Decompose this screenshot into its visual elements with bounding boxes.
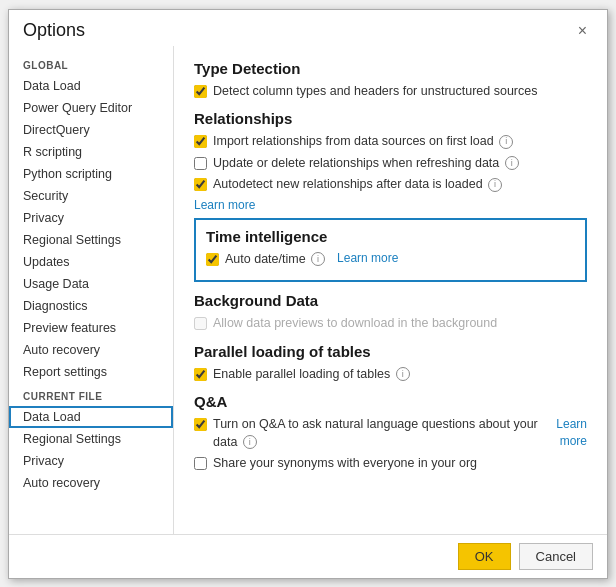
option-turn-on-qna: Turn on Q&A to ask natural language ques… <box>194 416 539 451</box>
option-enable-parallel: Enable parallel loading of tables i <box>194 366 587 384</box>
sidebar-item-data-load[interactable]: Data Load <box>9 75 173 97</box>
allow-previews-checkbox[interactable] <box>194 317 207 330</box>
titlebar: Options × <box>9 10 607 46</box>
sidebar-item-updates[interactable]: Updates <box>9 251 173 273</box>
import-rel-info: i <box>499 135 513 149</box>
type-detection-title: Type Detection <box>194 60 587 77</box>
update-rel-checkbox[interactable] <box>194 157 207 170</box>
qna-title: Q&A <box>194 393 587 410</box>
detect-types-label: Detect column types and headers for unst… <box>213 83 537 101</box>
enable-parallel-info: i <box>396 367 410 381</box>
option-import-rel: Import relationships from data sources o… <box>194 133 587 151</box>
sidebar-item-current-regional[interactable]: Regional Settings <box>9 428 173 450</box>
qna-learn-text: Turn on Q&A to ask natural language ques… <box>194 416 539 455</box>
parallel-loading-title: Parallel loading of tables <box>194 343 587 360</box>
autodetect-rel-info: i <box>488 178 502 192</box>
import-rel-checkbox[interactable] <box>194 135 207 148</box>
sidebar-item-current-data-load[interactable]: Data Load <box>9 406 173 428</box>
sidebar-item-current-auto-recovery[interactable]: Auto recovery <box>9 472 173 494</box>
dialog-body: GLOBAL Data Load Power Query Editor Dire… <box>9 46 607 534</box>
auto-datetime-info: i <box>311 252 325 266</box>
time-intelligence-section: Time intelligence Auto date/time i Learn… <box>194 218 587 283</box>
relationships-title: Relationships <box>194 110 587 127</box>
time-intelligence-title: Time intelligence <box>206 228 575 245</box>
sidebar-item-current-privacy[interactable]: Privacy <box>9 450 173 472</box>
time-intelligence-learn-more[interactable]: Learn more <box>337 251 398 265</box>
import-rel-label: Import relationships from data sources o… <box>213 133 513 151</box>
qna-info: i <box>243 435 257 449</box>
dialog-title: Options <box>23 20 85 41</box>
update-rel-label: Update or delete relationships when refr… <box>213 155 519 173</box>
background-data-title: Background Data <box>194 292 587 309</box>
qna-learn-more[interactable]: Learnmore <box>556 417 587 448</box>
sidebar-item-python-scripting[interactable]: Python scripting <box>9 163 173 185</box>
relationships-learn-more[interactable]: Learn more <box>194 198 587 212</box>
sidebar-item-diagnostics[interactable]: Diagnostics <box>9 295 173 317</box>
sidebar-item-usage-data[interactable]: Usage Data <box>9 273 173 295</box>
sidebar-item-regional-settings[interactable]: Regional Settings <box>9 229 173 251</box>
auto-datetime-label: Auto date/time i <box>225 251 325 269</box>
share-synonyms-label: Share your synonyms with everyone in you… <box>213 455 477 473</box>
cancel-button[interactable]: Cancel <box>519 543 593 570</box>
sidebar-item-preview-features[interactable]: Preview features <box>9 317 173 339</box>
sidebar-item-security[interactable]: Security <box>9 185 173 207</box>
detect-types-checkbox[interactable] <box>194 85 207 98</box>
autodetect-rel-checkbox[interactable] <box>194 178 207 191</box>
turn-on-qna-label: Turn on Q&A to ask natural language ques… <box>213 416 539 451</box>
dialog-footer: OK Cancel <box>9 534 607 578</box>
option-auto-datetime: Auto date/time i Learn more <box>206 251 575 269</box>
ok-button[interactable]: OK <box>458 543 511 570</box>
options-dialog: Options × GLOBAL Data Load Power Query E… <box>8 9 608 579</box>
update-rel-info: i <box>505 156 519 170</box>
qna-learn-row: Turn on Q&A to ask natural language ques… <box>194 416 587 455</box>
turn-on-qna-checkbox[interactable] <box>194 418 207 431</box>
sidebar: GLOBAL Data Load Power Query Editor Dire… <box>9 46 174 534</box>
close-button[interactable]: × <box>572 20 593 42</box>
option-detect-types: Detect column types and headers for unst… <box>194 83 587 101</box>
option-allow-previews: Allow data previews to download in the b… <box>194 315 587 333</box>
option-update-rel: Update or delete relationships when refr… <box>194 155 587 173</box>
auto-datetime-checkbox[interactable] <box>206 253 219 266</box>
enable-parallel-label: Enable parallel loading of tables i <box>213 366 410 384</box>
allow-previews-label: Allow data previews to download in the b… <box>213 315 497 333</box>
sidebar-item-report-settings[interactable]: Report settings <box>9 361 173 383</box>
option-share-synonyms: Share your synonyms with everyone in you… <box>194 455 587 473</box>
global-section-label: GLOBAL <box>9 52 173 75</box>
sidebar-item-privacy[interactable]: Privacy <box>9 207 173 229</box>
qna-learn-link-container: Learnmore <box>539 416 587 450</box>
share-synonyms-checkbox[interactable] <box>194 457 207 470</box>
sidebar-item-power-query-editor[interactable]: Power Query Editor <box>9 97 173 119</box>
main-content: Type Detection Detect column types and h… <box>174 46 607 534</box>
current-file-section-label: CURRENT FILE <box>9 383 173 406</box>
option-autodetect-rel: Autodetect new relationships after data … <box>194 176 587 194</box>
sidebar-item-r-scripting[interactable]: R scripting <box>9 141 173 163</box>
autodetect-rel-label: Autodetect new relationships after data … <box>213 176 502 194</box>
sidebar-item-auto-recovery[interactable]: Auto recovery <box>9 339 173 361</box>
enable-parallel-checkbox[interactable] <box>194 368 207 381</box>
sidebar-item-directquery[interactable]: DirectQuery <box>9 119 173 141</box>
